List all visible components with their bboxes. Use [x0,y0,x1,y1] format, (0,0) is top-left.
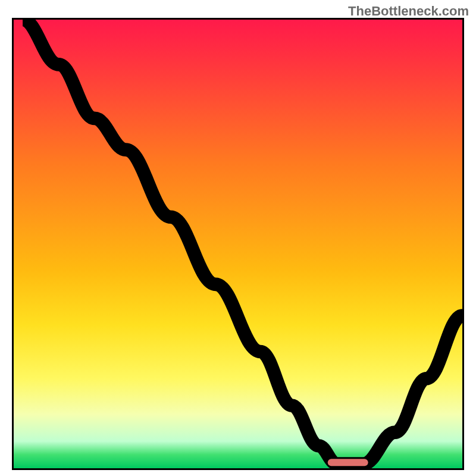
chart-svg [14,20,462,468]
chart-plot-area [12,18,464,470]
watermark-text: TheBottleneck.com [348,4,469,19]
optimal-marker [328,459,368,466]
bottleneck-curve [23,20,462,464]
